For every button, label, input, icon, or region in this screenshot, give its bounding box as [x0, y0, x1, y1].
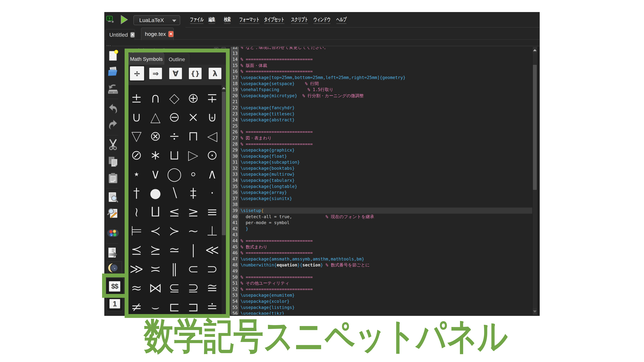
code-line-48[interactable]: 48\numberwithin{equation}{section} % 数式番…	[230, 262, 532, 268]
tab-close-icon[interactable]: ✕	[130, 32, 134, 37]
code-line-45[interactable]: 45% 数式まわり	[230, 244, 532, 250]
scroll-up-icon[interactable]	[532, 47, 537, 53]
copy-icon[interactable]	[106, 155, 120, 168]
export-page-icon[interactable]	[106, 247, 120, 259]
code-line-55[interactable]: 55\usepackage{listings}	[230, 304, 532, 311]
symbol-wedge[interactable]: ∧	[203, 164, 222, 183]
code-line-43[interactable]: 43	[230, 232, 532, 238]
symbol-preceq[interactable]: ⪯	[127, 240, 146, 259]
symbol-simeq[interactable]: ≃	[165, 240, 184, 259]
code-line-53[interactable]: 53\usepackage{enumitem}	[230, 292, 532, 298]
symbol-subset[interactable]: ⊂	[184, 259, 203, 278]
symbol-div[interactable]: ÷	[165, 126, 184, 145]
symbol-mid[interactable]: ∣	[184, 240, 203, 259]
undo-icon[interactable]	[106, 102, 120, 115]
symbol-asymp[interactable]: ≍	[146, 259, 165, 278]
symbol-category-button-delimiters[interactable]: {}	[189, 68, 202, 79]
symbol-cup[interactable]: ∪	[127, 107, 146, 126]
scroll-down-icon[interactable]	[532, 308, 537, 315]
code-line-34[interactable]: 34\usepackage{tabularx}	[230, 177, 532, 183]
code-line-25[interactable]: 25	[230, 123, 532, 129]
symbol-diamond[interactable]: ◇	[165, 88, 184, 107]
symbol-category-button-greek[interactable]: λ	[209, 68, 222, 79]
symbol-parallel[interactable]: ∥	[165, 259, 184, 278]
code-line-27[interactable]: 27% 図・表まわり	[230, 135, 532, 141]
symbol-bowtie[interactable]: ⋈	[146, 278, 165, 297]
symbol-approx[interactable]: ≈	[127, 278, 146, 297]
symbol-cdot[interactable]: ⋅	[203, 183, 222, 202]
symbol-pm[interactable]: ±	[127, 88, 146, 107]
code-line-41[interactable]: 41 per-mode = symbol	[230, 220, 532, 226]
symbol-ddagger[interactable]: ‡	[184, 183, 203, 202]
new-file-icon[interactable]	[106, 49, 120, 62]
dock-tab-outline[interactable]: Outline	[164, 53, 189, 65]
symbol-sqsupset[interactable]: ⊐	[184, 297, 203, 315]
code-line-46[interactable]: 46% ==========================	[230, 250, 532, 256]
code-line-29[interactable]: 29\usepackage{graphicx}	[230, 147, 532, 153]
symbol-cap[interactable]: ∩	[146, 88, 165, 107]
symbol-triangleright[interactable]: ▷	[184, 145, 203, 164]
symbol-bigtriangledown[interactable]: ▽	[127, 126, 146, 145]
menu-item-1[interactable]: 編集	[208, 16, 215, 24]
code-line-17[interactable]: 17\usepackage[top=25mm,bottom=25mm,left=…	[230, 74, 532, 81]
symbol-neq[interactable]: ≠	[127, 297, 146, 315]
symbol-oplus[interactable]: ⊕	[184, 88, 203, 107]
symbol-bullet[interactable]: ●	[146, 183, 165, 202]
code-line-52[interactable]: 52% ==========================	[230, 286, 532, 292]
symbol-amalg[interactable]: ⨿	[146, 202, 165, 221]
symbol-setminus[interactable]: ∖	[165, 183, 184, 202]
code-line-54[interactable]: 54\usepackage{xcolor}	[230, 298, 532, 304]
code-line-49[interactable]: 49	[230, 268, 532, 274]
symbol-category-button-relations[interactable]: ∀	[169, 68, 182, 79]
symbol-sqsubset[interactable]: ⊏	[165, 297, 184, 315]
code-line-42[interactable]: 42 }	[230, 226, 532, 232]
scrollbar-thumb[interactable]	[222, 92, 226, 235]
symbol-circ[interactable]: ∘	[184, 164, 203, 183]
paste-icon[interactable]	[106, 172, 120, 185]
symbol-sim[interactable]: ∼	[184, 221, 203, 240]
code-editor[interactable]: 12% など，環境に合わせて変更してください。1314% ===========…	[230, 47, 539, 315]
code-line-39[interactable]: 39\sisetup{	[230, 208, 532, 214]
code-line-22[interactable]: 22\usepackage{fancyhdr}	[230, 105, 532, 111]
code-line-19[interactable]: 19\onehalfspacing % 1.5行取り	[230, 86, 532, 93]
code-line-32[interactable]: 32\usepackage{booktabs}	[230, 165, 532, 171]
code-line-37[interactable]: 37\usepackage{siunitx}	[230, 195, 532, 202]
code-line-51[interactable]: 51% その他ユーティリティ	[230, 280, 532, 286]
symbol-cong[interactable]: ≅	[203, 278, 222, 297]
symbol-ll[interactable]: ≪	[203, 240, 222, 259]
symbol-bigtriangleup[interactable]: △	[146, 107, 165, 126]
symbol-sqcup[interactable]: ⊔	[165, 145, 184, 164]
tab-untitled[interactable]: Untitled ✕	[106, 29, 135, 40]
code-line-30[interactable]: 30\usepackage{float}	[230, 153, 532, 159]
symbol-supseteq[interactable]: ⊇	[184, 278, 203, 297]
code-line-18[interactable]: 18\usepackage{setspace} % 行間	[230, 81, 532, 87]
code-line-15[interactable]: 15% 版面・体裁	[230, 62, 532, 68]
open-folder-icon[interactable]	[106, 65, 120, 78]
symbol-subseteq[interactable]: ⊆	[165, 278, 184, 297]
symbol-ominus[interactable]: ⊖	[165, 107, 184, 126]
symbol-star[interactable]: ⋆	[127, 164, 146, 183]
dock-tab-math-symbols[interactable]: Math Symbols	[129, 53, 164, 65]
symbol-wr[interactable]: ≀	[127, 202, 146, 221]
code-line-28[interactable]: 28% ==========================	[230, 141, 532, 147]
symbol-uplus[interactable]: ⊎	[203, 107, 222, 126]
scroll-up-icon[interactable]	[222, 85, 226, 91]
code-line-14[interactable]: 14% ==========================	[230, 56, 532, 62]
code-line-23[interactable]: 23\usepackage{titlesec}	[230, 111, 532, 117]
scrollbar-thumb[interactable]	[533, 65, 537, 190]
symbol-smile[interactable]: ⌣	[146, 297, 165, 315]
symbol-grid-scrollbar[interactable]	[221, 85, 226, 315]
symbol-bigcirc[interactable]: ◯	[165, 164, 184, 183]
save-icon[interactable]	[106, 83, 120, 96]
symbol-times[interactable]: ×	[184, 107, 203, 126]
code-line-24[interactable]: 24\usepackage{abstract}	[230, 117, 532, 123]
menu-item-7[interactable]: ヘルプ	[336, 16, 346, 24]
symbol-leq[interactable]: ≤	[165, 202, 184, 221]
symbol-otimes[interactable]: ⊗	[146, 126, 165, 145]
symbol-succeq[interactable]: ⪰	[146, 240, 165, 259]
code-line-50[interactable]: 50% ==========================	[230, 274, 532, 280]
symbol-category-button-div[interactable]: ÷	[130, 66, 144, 80]
dock-float-icon[interactable]: ⧉	[214, 47, 218, 51]
code-line-56[interactable]: 56\usepackage{tikz}	[230, 310, 532, 315]
menu-item-3[interactable]: フォーマット	[239, 16, 259, 24]
